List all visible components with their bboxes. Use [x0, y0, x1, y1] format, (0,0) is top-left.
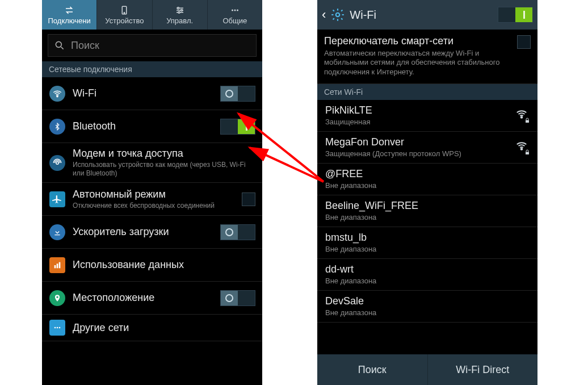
- wifi-screen: ‹ Wi-Fi Переключатель смарт-сети Автомат…: [317, 0, 537, 385]
- tab-connections[interactable]: Подключени: [42, 0, 97, 30]
- row-data-usage[interactable]: Использование данных: [42, 249, 262, 282]
- svg-point-5: [232, 9, 233, 11]
- titlebar: ‹ Wi-Fi: [317, 0, 537, 30]
- network-row[interactable]: dd-wrtВне диапазона: [317, 259, 537, 291]
- page-title: Wi-Fi: [350, 9, 493, 22]
- section-wifi-networks: Сети Wi-Fi: [317, 84, 537, 100]
- row-title: Автономный режим: [73, 189, 235, 200]
- network-row[interactable]: PikNikLTEЗащищенная: [317, 100, 537, 132]
- wifi-signal-icon: [514, 140, 530, 154]
- tab-label: Общие: [223, 16, 247, 25]
- location-icon: [49, 290, 66, 307]
- svg-rect-11: [54, 265, 56, 268]
- wifi-direct-button[interactable]: Wi-Fi Direct: [428, 354, 538, 385]
- network-name: DevSale: [325, 295, 530, 307]
- svg-point-18: [521, 116, 523, 118]
- row-other-networks[interactable]: Другие сети: [42, 315, 262, 341]
- network-name: PikNikLTE: [325, 104, 508, 116]
- svg-point-2: [177, 7, 179, 9]
- wifi-signal-icon: [514, 108, 530, 123]
- network-row[interactable]: MegaFon DonverЗащищенная (Доступен прото…: [317, 132, 537, 164]
- network-row[interactable]: @FREEВне диапазона: [317, 164, 537, 195]
- svg-point-7: [237, 9, 238, 11]
- wifi-icon: [49, 85, 66, 102]
- more-icon: [49, 319, 66, 336]
- network-sub: Защищенная (Доступен протокол WPS): [325, 149, 508, 158]
- network-name: bmstu_lb: [325, 232, 530, 244]
- row-download-booster[interactable]: Ускоритель загрузки: [42, 216, 262, 249]
- smart-title: Переключатель смарт-сети: [324, 35, 511, 47]
- search-input[interactable]: Поиск: [48, 34, 257, 57]
- tabs: Подключени Устройство Управл. Общие: [42, 0, 262, 30]
- sliders-icon: [174, 5, 186, 15]
- network-sub: Защищенная: [325, 118, 508, 126]
- row-title: Другие сети: [73, 322, 255, 334]
- svg-point-4: [178, 11, 180, 13]
- smart-sub: Автоматически переключаться между Wi-Fi …: [324, 49, 511, 77]
- row-sub: Использовать устройство как модем (через…: [73, 161, 255, 178]
- svg-rect-12: [57, 263, 58, 268]
- row-wifi[interactable]: Wi-Fi: [42, 77, 262, 110]
- svg-point-20: [521, 148, 523, 150]
- airplane-checkbox[interactable]: [242, 192, 255, 206]
- back-button[interactable]: ‹: [322, 7, 326, 22]
- network-sub: Вне диапазона: [325, 181, 530, 190]
- scan-button[interactable]: Поиск: [317, 354, 428, 385]
- svg-point-3: [180, 9, 182, 11]
- svg-point-10: [56, 161, 59, 164]
- search-placeholder: Поиск: [71, 40, 99, 52]
- network-name: Beeline_WiFi_FREE: [325, 200, 530, 212]
- svg-point-15: [57, 327, 58, 329]
- row-location[interactable]: Местоположение: [42, 282, 262, 315]
- network-name: MegaFon Donver: [325, 136, 508, 148]
- row-title: Использование данных: [73, 259, 255, 271]
- svg-point-16: [59, 327, 61, 329]
- row-title: Wi-Fi: [73, 87, 213, 99]
- network-name: dd-wrt: [325, 263, 530, 275]
- booster-toggle[interactable]: [220, 224, 255, 240]
- smart-checkbox[interactable]: [517, 35, 531, 49]
- tab-label: Устройство: [105, 16, 144, 25]
- gear-icon: [330, 7, 345, 22]
- network-row[interactable]: DevSaleВне диапазона: [317, 291, 537, 323]
- network-list: PikNikLTEЗащищеннаяMegaFon DonverЗащищен…: [317, 100, 537, 323]
- svg-point-6: [234, 9, 236, 11]
- network-name: @FREE: [325, 168, 530, 180]
- wifi-toggle[interactable]: [220, 86, 255, 102]
- network-row[interactable]: bmstu_lbВне диапазона: [317, 227, 537, 259]
- location-toggle[interactable]: [220, 290, 255, 306]
- svg-rect-13: [59, 262, 61, 268]
- svg-point-17: [336, 13, 340, 17]
- bottom-bar: Поиск Wi-Fi Direct: [317, 354, 537, 385]
- row-sub: Отключение всех беспроводных соединений: [73, 202, 235, 210]
- download-icon: [49, 224, 66, 241]
- phone-icon: [118, 5, 131, 15]
- row-tethering[interactable]: Модем и точка доступа Использовать устро…: [42, 143, 262, 183]
- row-title: Местоположение: [73, 292, 213, 304]
- tab-general[interactable]: Общие: [208, 0, 262, 30]
- network-row[interactable]: Beeline_WiFi_FREEВне диапазона: [317, 195, 537, 227]
- row-title: Модем и точка доступа: [73, 148, 255, 160]
- network-sub: Вне диапазона: [325, 245, 530, 253]
- tab-device[interactable]: Устройство: [97, 0, 152, 30]
- swap-icon: [63, 5, 75, 15]
- smart-switch-row[interactable]: Переключатель смарт-сети Автоматически п…: [317, 30, 537, 84]
- network-sub: Вне диапазона: [325, 308, 530, 317]
- network-sub: Вне диапазона: [325, 213, 530, 221]
- tab-controls[interactable]: Управл.: [153, 0, 208, 30]
- bluetooth-icon: [49, 118, 66, 135]
- row-title: Bluetooth: [73, 120, 213, 132]
- row-bluetooth[interactable]: Bluetooth: [42, 110, 262, 143]
- chart-icon: [49, 257, 66, 274]
- tab-label: Подключени: [48, 16, 91, 25]
- svg-point-14: [54, 327, 56, 329]
- wifi-master-toggle[interactable]: [498, 7, 533, 23]
- network-sub: Вне диапазона: [325, 277, 530, 285]
- row-title: Ускоритель загрузки: [73, 226, 213, 238]
- row-airplane[interactable]: Автономный режим Отключение всех беспров…: [42, 183, 262, 216]
- dots-icon: [229, 5, 241, 15]
- bluetooth-toggle[interactable]: [220, 119, 255, 135]
- airplane-icon: [49, 191, 66, 208]
- svg-point-8: [56, 41, 61, 47]
- section-network-connections: Сетевые подключения: [42, 61, 262, 77]
